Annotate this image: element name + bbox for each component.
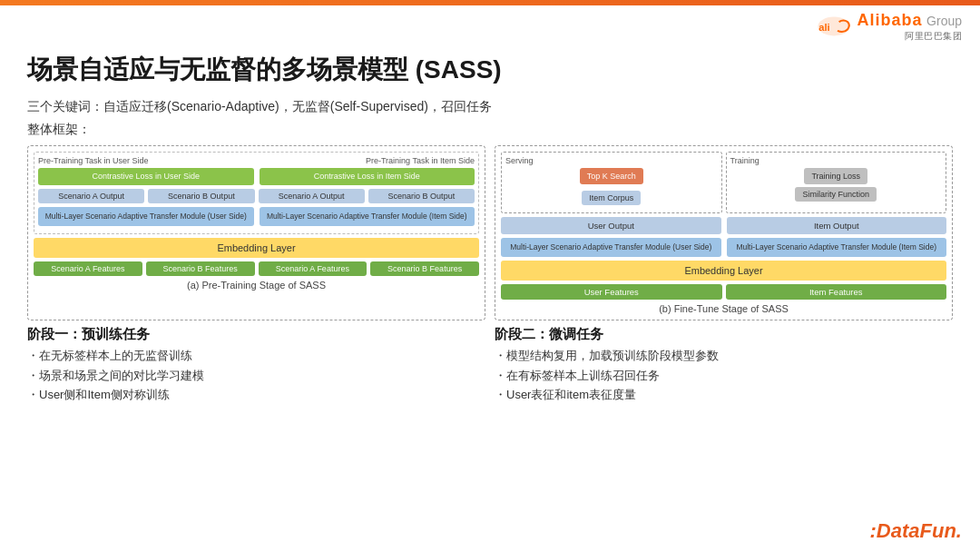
transfer-item2: Multi-Layer Scenario Adaptive Transfer M… — [727, 238, 947, 257]
output-row-pretrain: Scenario A Output Scenario B Output Scen… — [38, 189, 475, 203]
feature-a2: Scenario A Features — [259, 261, 368, 276]
similarity-box: Similarity Function — [795, 187, 877, 202]
caption-a: (a) Pre-Training Stage of SASS — [34, 280, 479, 291]
alibaba-group: Group — [926, 14, 962, 28]
user-output-box: User Output — [501, 217, 721, 234]
diagram-container: Pre-Training Task in User Side Pre-Train… — [0, 145, 980, 320]
features-row-finetune: User Features Item Features — [501, 284, 946, 300]
alibaba-logo: ali Alibaba Group 阿里巴巴集团 — [816, 11, 962, 43]
pretrain-stage-box: Pre-Training Task in User Side Pre-Train… — [27, 145, 485, 320]
page-title: 场景自适应与无监督的多场景模型 (SASS) — [0, 45, 980, 93]
finetune-stage-box: Serving Top K Search Item Corpus Trainin… — [495, 145, 953, 320]
contrastive-row: Contrastive Loss in User Side Contrastiv… — [38, 168, 475, 185]
transfer-item: Multi-Layer Scenario Adaptive Transfer M… — [260, 207, 475, 226]
item-corpus-box: Item Corpus — [582, 191, 641, 205]
contrastive-box-item: Contrastive Loss in Item Side — [260, 168, 475, 185]
phase1-section: 阶段一：预训练任务 ・在无标签样本上的无监督训练 ・场景和场景之间的对比学习建模… — [27, 326, 485, 406]
feature-b1: Scenario B Features — [146, 261, 255, 276]
contrastive-box-user: Contrastive Loss in User Side — [38, 168, 254, 185]
serving-section: Serving Top K Search Item Corpus — [501, 152, 722, 213]
finetune-output-row: User Output Item Output — [501, 217, 946, 234]
keywords-text: 三个关键词：自适应迁移(Scenario-Adaptive)，无监督(Self-… — [0, 93, 980, 120]
caption-b: (b) Fine-Tune Stage of SASS — [501, 303, 946, 314]
alibaba-sub: 阿里巴巴集团 — [858, 30, 962, 43]
feature-b2: Scenario B Features — [370, 261, 479, 276]
datafun-logo: :DataFun. — [870, 519, 962, 543]
phase2-section: 阶段二：微调任务 ・模型结构复用，加载预训练阶段模型参数 ・在有标签样本上训练召… — [495, 326, 953, 406]
phase2-item-2: ・在有标签样本上训练召回任务 — [495, 367, 953, 385]
output-a2: Scenario A Output — [259, 189, 365, 203]
item-features: Item Features — [726, 284, 947, 300]
alibaba-icon: ali — [816, 14, 852, 39]
user-features: User Features — [501, 284, 722, 300]
output-a1: Scenario A Output — [38, 189, 144, 203]
feature-a1: Scenario A Features — [34, 261, 142, 276]
phase1-title: 阶段一：预训练任务 — [27, 326, 485, 343]
alibaba-brand: Alibaba — [858, 11, 923, 29]
features-row-pretrain: Scenario A Features Scenario B Features … — [34, 261, 479, 276]
header: ali Alibaba Group 阿里巴巴集团 — [0, 5, 980, 45]
phase2-title: 阶段二：微调任务 — [495, 326, 953, 343]
serving-label: Serving — [505, 156, 534, 165]
phase1-item-3: ・User侧和Item侧对称训练 — [27, 386, 485, 404]
output-b1: Scenario B Output — [148, 189, 254, 203]
training-label: Training — [730, 156, 760, 165]
phase1-item-2: ・场景和场景之间的对比学习建模 — [27, 367, 485, 385]
phase2-item-1: ・模型结构复用，加载预训练阶段模型参数 — [495, 347, 953, 365]
phase2-item-3: ・User表征和item表征度量 — [495, 386, 953, 404]
pretrain-label-item: Pre-Training Task in Item Side — [366, 156, 475, 165]
phase1-item-1: ・在无标签样本上的无监督训练 — [27, 347, 485, 365]
framework-label: 整体框架： — [0, 120, 980, 143]
svg-text:ali: ali — [818, 22, 829, 33]
pretrain-inner-header: Pre-Training Task in User Side Pre-Train… — [38, 156, 475, 165]
embedding-layer2: Embedding Layer — [501, 261, 946, 281]
transfer-user: Multi-Layer Scenario Adaptive Transfer M… — [38, 207, 254, 226]
finetune-top: Serving Top K Search Item Corpus Trainin… — [501, 152, 946, 213]
pretrain-label-user: Pre-Training Task in User Side — [38, 156, 149, 165]
transfer-row-pretrain: Multi-Layer Scenario Adaptive Transfer M… — [38, 207, 475, 226]
desc-container: 阶段一：预训练任务 ・在无标签样本上的无监督训练 ・场景和场景之间的对比学习建模… — [0, 320, 980, 406]
output-b2: Scenario B Output — [368, 189, 475, 203]
top-k-box: Top K Search — [580, 168, 643, 184]
training-loss-box: Training Loss — [804, 168, 867, 184]
transfer-row-finetune: Multi-Layer Scenario Adaptive Transfer M… — [501, 238, 946, 257]
item-output-box: Item Output — [727, 217, 947, 234]
pretrain-inner: Pre-Training Task in User Side Pre-Train… — [34, 152, 479, 234]
embedding-layer: Embedding Layer — [34, 238, 479, 258]
transfer-user2: Multi-Layer Scenario Adaptive Transfer M… — [501, 238, 721, 257]
training-section: Training Training Loss Similarity Functi… — [726, 152, 947, 213]
